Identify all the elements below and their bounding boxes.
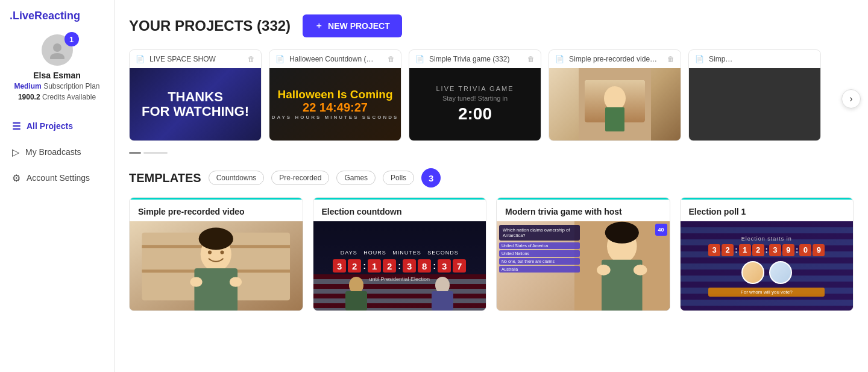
project-thumb-prerecorded	[549, 68, 681, 140]
trash-icon[interactable]: 🗑	[667, 55, 675, 63]
project-thumb-simple5	[689, 68, 820, 140]
templates-title: TEMPLATES	[129, 171, 201, 185]
doc-icon: 📄	[275, 55, 285, 63]
filter-prerecorded[interactable]: Pre-recorded	[271, 171, 329, 185]
scroll-active	[129, 152, 141, 154]
template-title-trivia-host: Modern trivia game with host	[497, 198, 670, 221]
doc-icon: 📄	[555, 55, 564, 63]
badge-1: 1	[64, 32, 79, 46]
trash-icon[interactable]: 🗑	[248, 55, 255, 63]
svg-point-20	[435, 277, 450, 294]
trivia-question: Which nation claims ownership of Antarct…	[499, 225, 580, 241]
sidebar-item-account-settings-label: Account Settings	[27, 173, 90, 183]
svg-point-27	[634, 265, 647, 276]
trivia-host-bg: Which nation claims ownership of Antarct…	[497, 221, 670, 311]
card-title: LIVE SPACE SHOW	[149, 55, 245, 63]
svg-point-0	[53, 43, 61, 52]
template-card-trivia-host[interactable]: Modern trivia game with host	[496, 197, 670, 311]
halloween-nums: 22 14:49:27	[303, 101, 368, 115]
poll-bg: Election starts in 3 2 : 1 2 : 3 9 :	[681, 221, 854, 311]
sidebar-item-my-broadcasts[interactable]: ▷ My Broadcasts	[0, 139, 114, 165]
new-project-button[interactable]: ＋ NEW PROJECT	[303, 14, 402, 37]
avatar-wrap: 1	[42, 34, 73, 66]
sidebar-item-account-settings[interactable]: ⚙ Account Settings	[0, 165, 114, 191]
live-space-thumb-content: THANKSFOR WATCHING!	[130, 68, 261, 140]
sidebar-nav: ☰ All Projects ▷ My Broadcasts ⚙ Account…	[0, 113, 114, 191]
svg-point-18	[349, 277, 363, 294]
trash-icon[interactable]: 🗑	[527, 55, 535, 63]
trivia-opt-2: United Nations	[499, 250, 580, 257]
project-card-simple5[interactable]: 📄 Simp…	[688, 49, 821, 141]
svg-point-24	[605, 222, 639, 244]
project-card-header: 📄 Simple Trivia game (332) 🗑	[409, 50, 541, 68]
trivia-inner: Which nation claims ownership of Antarct…	[497, 221, 670, 311]
template-card-election-poll[interactable]: Election poll 1 Election starts in 3 2 :…	[680, 197, 854, 311]
svg-point-26	[597, 265, 611, 276]
project-card-header: 📄 Halloween Countdown (… 🗑	[269, 50, 401, 68]
simple5-thumb	[689, 68, 820, 140]
trivia-opt-4: Australia	[499, 266, 580, 273]
credits-available: 1900.2 Credits Available	[18, 93, 96, 101]
project-card-prerecorded[interactable]: 📄 Simple pre-recorded vide… 🗑	[549, 49, 681, 141]
project-card-halloween[interactable]: 📄 Halloween Countdown (… 🗑 Halloween Is …	[269, 49, 401, 141]
project-card-header: 📄 Simp…	[689, 50, 820, 68]
projects-header: YOUR PROJECTS (332) ＋ NEW PROJECT 2	[129, 14, 854, 37]
plus-icon: ＋	[315, 20, 323, 31]
logo: .LiveReacting	[0, 10, 80, 22]
projects-title: YOUR PROJECTS (332)	[129, 17, 291, 34]
projects-row-wrapper: 📄 LIVE SPACE SHOW 🗑 THANKSFOR WATCHING! …	[129, 49, 854, 148]
svg-rect-19	[345, 291, 367, 311]
filter-countdowns[interactable]: Countdowns	[209, 171, 265, 185]
doc-icon: 📄	[415, 55, 424, 63]
gear-icon: ⚙	[12, 172, 20, 184]
svg-point-17	[230, 277, 242, 286]
template-card-prerecorded[interactable]: Simple pre-recorded video	[129, 197, 303, 311]
sidebar-item-all-projects[interactable]: ☰ All Projects	[0, 113, 114, 139]
template-thumb-prerecorded	[130, 221, 303, 311]
project-card-header: 📄 Simple pre-recorded vide… 🗑	[549, 50, 681, 68]
trivia-opt-1: United States of America	[499, 242, 580, 249]
projects-row: 📄 LIVE SPACE SHOW 🗑 THANKSFOR WATCHING! …	[129, 49, 854, 148]
templates-grid: Simple pre-recorded video	[129, 197, 854, 311]
svg-point-1	[50, 53, 64, 59]
svg-point-5	[604, 86, 626, 110]
card-title: Simp…	[709, 55, 814, 63]
card-title: Halloween Countdown (…	[289, 55, 385, 63]
list-icon: ☰	[12, 121, 20, 132]
trivia-thumb-content: LIVE TRIVIA GAME Stay tuned! Starting in…	[409, 68, 541, 140]
project-card-trivia[interactable]: 📄 Simple Trivia game (332) 🗑 LIVE TRIVIA…	[409, 49, 541, 141]
filter-games[interactable]: Games	[336, 171, 376, 185]
card-title: Simple pre-recorded vide…	[569, 55, 665, 63]
template-title-election-poll: Election poll 1	[681, 198, 854, 221]
svg-point-15	[199, 228, 233, 250]
template-title-prerecorded: Simple pre-recorded video	[130, 198, 303, 221]
svg-point-16	[190, 277, 202, 286]
thanks-text: THANKSFOR WATCHING!	[142, 90, 249, 119]
svg-rect-12	[194, 268, 237, 311]
svg-point-14	[220, 250, 224, 254]
project-card-header: 📄 LIVE SPACE SHOW 🗑	[130, 50, 261, 68]
svg-rect-6	[605, 107, 624, 131]
scroll-inactive	[143, 152, 168, 154]
templates-header: TEMPLATES Countdowns Pre-recorded Games …	[129, 168, 854, 188]
halloween-thumb-content: Halloween Is Coming 22 14:49:27 DAYS HOU…	[269, 68, 401, 140]
templates-section: TEMPLATES Countdowns Pre-recorded Games …	[129, 168, 854, 311]
template-thumb-election-poll: Election starts in 3 2 : 1 2 : 3 9 :	[681, 221, 854, 311]
project-thumb-live-space: THANKSFOR WATCHING!	[130, 68, 261, 140]
template-card-election-countdown[interactable]: Election countdown DAYS HOURS MINUTES SE…	[313, 197, 487, 311]
template-title-election-countdown: Election countdown	[313, 198, 486, 221]
scroll-right-button[interactable]: ›	[841, 89, 861, 109]
subscription-plan: Medium Subscription Plan	[14, 81, 99, 92]
scroll-indicator	[129, 152, 854, 154]
filter-polls[interactable]: Polls	[383, 171, 414, 185]
svg-rect-21	[432, 291, 453, 311]
badge-3: 3	[421, 168, 441, 188]
sidebar-item-my-broadcasts-label: My Broadcasts	[25, 147, 81, 157]
doc-icon: 📄	[695, 55, 704, 63]
template-thumb-election: DAYS HOURS MINUTES SECONDS 3 2 : 1 2 : 3…	[313, 221, 486, 311]
poll-timer-label: Election starts in	[708, 236, 825, 242]
project-card-live-space-show[interactable]: 📄 LIVE SPACE SHOW 🗑 THANKSFOR WATCHING!	[129, 49, 262, 141]
trash-icon[interactable]: 🗑	[388, 55, 395, 63]
main-content: YOUR PROJECTS (332) ＋ NEW PROJECT 2 📄 LI…	[115, 0, 868, 372]
project-thumb-trivia: LIVE TRIVIA GAME Stay tuned! Starting in…	[409, 68, 541, 140]
